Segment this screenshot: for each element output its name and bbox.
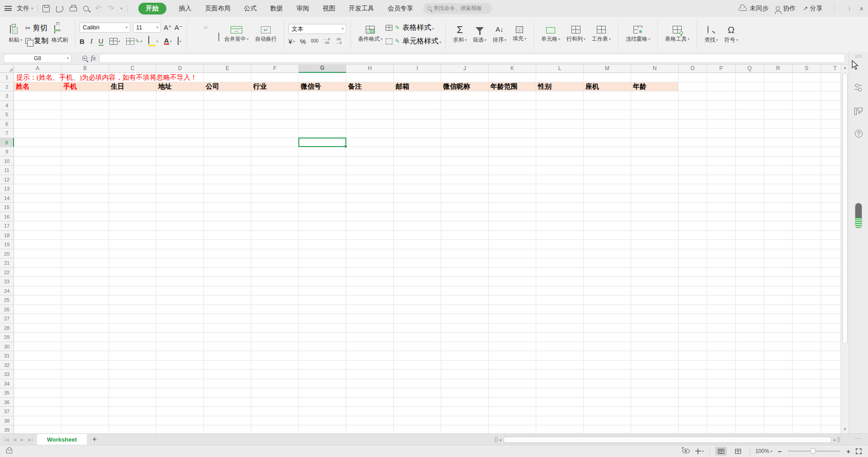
cell-O4[interactable] [679, 101, 707, 110]
cell-S15[interactable] [793, 203, 821, 212]
cell-F1[interactable] [251, 73, 299, 82]
italic-button[interactable]: I [90, 38, 93, 45]
cell-G9[interactable] [299, 147, 346, 157]
cell-M13[interactable] [584, 184, 631, 194]
export-icon[interactable] [56, 5, 63, 12]
cell-Q4[interactable] [736, 101, 764, 110]
spreadsheet-grid[interactable]: ABCDEFGHIJKLMNOPQRST 12姓名手机生日地址公司行业微信号备注… [0, 65, 840, 433]
cell-O31[interactable] [679, 351, 707, 361]
cell-K36[interactable] [489, 398, 536, 407]
cell-R32[interactable] [764, 361, 793, 370]
cell-J1[interactable] [441, 73, 489, 82]
cell-I1[interactable] [394, 73, 441, 82]
cell-R7[interactable] [764, 129, 793, 138]
cell-R11[interactable] [764, 166, 793, 175]
column-header-Q[interactable]: Q [736, 65, 764, 73]
cell-J33[interactable] [441, 370, 489, 379]
cell-E34[interactable] [204, 379, 251, 389]
cell-H21[interactable] [346, 258, 394, 268]
cell-C11[interactable] [109, 166, 156, 175]
cell-T14[interactable] [821, 194, 840, 203]
cell-I27[interactable] [394, 314, 441, 324]
cell-T26[interactable] [821, 305, 840, 314]
cell-E28[interactable] [204, 324, 251, 333]
cell-F18[interactable] [251, 231, 299, 240]
cell-F11[interactable] [251, 166, 299, 175]
cell-M19[interactable] [584, 240, 631, 249]
cell-R37[interactable] [764, 407, 793, 416]
collaborate-button[interactable]: 协作 [776, 5, 796, 13]
cell-I30[interactable] [394, 342, 441, 352]
cell-G15[interactable] [299, 203, 346, 212]
cell-G36[interactable] [299, 398, 346, 407]
cell-A37[interactable] [14, 407, 61, 416]
cell-F2[interactable]: 行业 [251, 82, 299, 92]
row-header-12[interactable]: 12 [0, 175, 14, 185]
vertical-scrollbar-thumb[interactable] [842, 73, 848, 344]
cell-R8[interactable] [764, 138, 793, 148]
cell-Q28[interactable] [736, 324, 764, 333]
decrease-font-button[interactable]: A⁻ [175, 24, 183, 32]
column-header-C[interactable]: C [109, 65, 156, 73]
column-header-M[interactable]: M [584, 65, 631, 73]
cell-N19[interactable] [631, 240, 679, 249]
cell-H23[interactable] [346, 277, 394, 286]
cell-L8[interactable] [536, 138, 584, 148]
cell-F16[interactable] [251, 212, 299, 222]
cell-I12[interactable] [394, 175, 441, 185]
cell-T37[interactable] [821, 407, 840, 416]
decrease-decimal-button[interactable]: .00 →.0 [335, 38, 342, 45]
cell-D36[interactable] [156, 398, 204, 407]
cell-C29[interactable] [109, 333, 156, 342]
cell-I36[interactable] [394, 398, 441, 407]
cell-C9[interactable] [109, 147, 156, 157]
cell-Q25[interactable] [736, 295, 764, 305]
cell-N7[interactable] [631, 129, 679, 138]
cell-D15[interactable] [156, 203, 204, 212]
increase-decimal-button[interactable]: ←.0 .00 [323, 38, 330, 45]
table-style-button[interactable]: ✎表格样式▾ [386, 23, 441, 33]
cell-Q38[interactable] [736, 416, 764, 426]
cell-Q16[interactable] [736, 212, 764, 222]
cell-O38[interactable] [679, 416, 707, 426]
cell-M27[interactable] [584, 314, 631, 324]
cell-O28[interactable] [679, 324, 707, 333]
cell-K18[interactable] [489, 231, 536, 240]
cell-J39[interactable] [441, 425, 489, 433]
select-all-corner[interactable] [0, 65, 14, 73]
cell-B25[interactable] [61, 295, 109, 305]
cell-F19[interactable] [251, 240, 299, 249]
cell-D29[interactable] [156, 333, 204, 342]
cell-S27[interactable] [793, 314, 821, 324]
cell-J38[interactable] [441, 416, 489, 426]
number-format-select[interactable]: 文本▾ [288, 24, 346, 34]
cell-J15[interactable] [441, 203, 489, 212]
cell-N26[interactable] [631, 305, 679, 314]
cell-T18[interactable] [821, 231, 840, 240]
cell-R36[interactable] [764, 398, 793, 407]
column-header-I[interactable]: I [394, 65, 441, 73]
cell-T25[interactable] [821, 295, 840, 305]
cell-N21[interactable] [631, 258, 679, 268]
cell-R39[interactable] [764, 425, 793, 433]
cell-H3[interactable] [346, 91, 394, 101]
cell-O36[interactable] [679, 398, 707, 407]
cell-K33[interactable] [489, 370, 536, 379]
cell-C4[interactable] [109, 101, 156, 110]
cell-D39[interactable] [156, 425, 204, 433]
cell-G25[interactable] [299, 295, 346, 305]
cell-C28[interactable] [109, 324, 156, 333]
cell-R9[interactable] [764, 147, 793, 157]
cell-S38[interactable] [793, 416, 821, 426]
cell-S25[interactable] [793, 295, 821, 305]
cell-B18[interactable] [61, 231, 109, 240]
cell-K37[interactable] [489, 407, 536, 416]
cell-P11[interactable] [707, 166, 736, 175]
cell-C6[interactable] [109, 119, 156, 129]
cell-I33[interactable] [394, 370, 441, 379]
cell-T39[interactable] [821, 425, 840, 433]
row-header-30[interactable]: 30 [0, 342, 14, 352]
cell-A16[interactable] [14, 212, 61, 222]
cell-O24[interactable] [679, 286, 707, 296]
row-header-37[interactable]: 37 [0, 407, 14, 416]
